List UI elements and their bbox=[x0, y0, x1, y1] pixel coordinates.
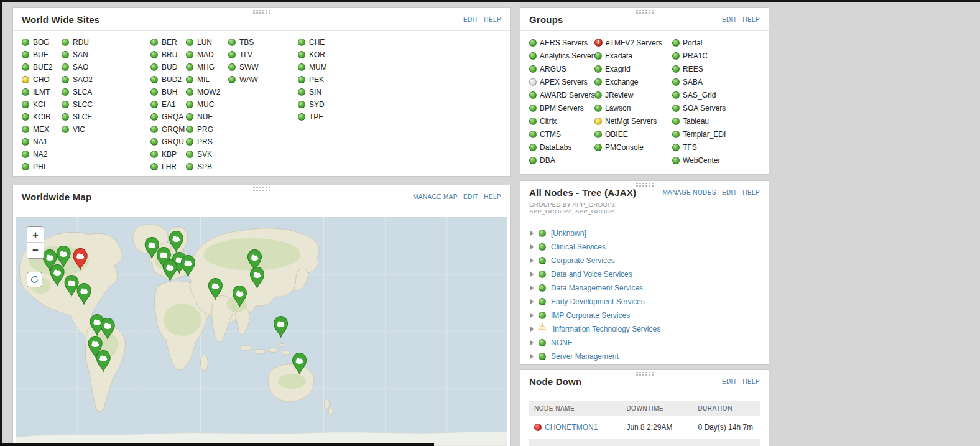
site-item[interactable]: SLCE bbox=[62, 111, 150, 123]
tree-item[interactable]: Data Management Services bbox=[530, 281, 762, 295]
zoom-in-button[interactable]: + bbox=[27, 227, 44, 243]
drag-handle-icon[interactable] bbox=[636, 371, 654, 376]
group-item[interactable]: NetMgt Servers bbox=[594, 114, 672, 128]
tree-item-label[interactable]: Server Management bbox=[551, 352, 619, 361]
site-item[interactable]: LUN bbox=[186, 36, 228, 49]
group-item[interactable]: AERS Servers bbox=[529, 36, 594, 49]
site-item[interactable]: PRS bbox=[186, 136, 228, 148]
group-item[interactable]: Exagrid bbox=[594, 62, 672, 75]
edit-link[interactable]: EDIT bbox=[722, 378, 737, 385]
site-item[interactable]: BER bbox=[150, 36, 186, 49]
node-name-link[interactable]: CHONETMON1 bbox=[545, 423, 598, 432]
drag-handle-icon[interactable] bbox=[252, 9, 271, 14]
site-item[interactable]: SLCC bbox=[62, 98, 150, 111]
site-item[interactable]: SLCA bbox=[62, 86, 150, 98]
drag-handle-icon[interactable] bbox=[252, 187, 271, 192]
site-item[interactable]: BUH bbox=[150, 86, 186, 98]
tree-item-label[interactable]: Early Development Services bbox=[551, 297, 645, 306]
site-item[interactable]: SAO2 bbox=[62, 73, 150, 86]
help-link[interactable]: HELP bbox=[742, 378, 760, 385]
site-item[interactable]: PHL bbox=[22, 160, 62, 173]
edit-link[interactable]: EDIT bbox=[463, 193, 478, 200]
site-item[interactable]: SYD bbox=[298, 98, 501, 111]
manage-nodes-link[interactable]: MANAGE NODES bbox=[662, 189, 716, 196]
site-item[interactable]: BUD bbox=[150, 61, 186, 73]
site-item[interactable]: BUE2 bbox=[22, 61, 62, 73]
group-item[interactable]: SABA bbox=[672, 75, 762, 88]
site-item[interactable]: KCI bbox=[22, 98, 62, 111]
site-item[interactable]: SAN bbox=[62, 49, 150, 61]
tree-item-label[interactable]: [Unknown] bbox=[551, 229, 586, 238]
expand-arrow-icon[interactable] bbox=[530, 327, 534, 332]
group-item[interactable]: JReview bbox=[594, 88, 672, 101]
group-item[interactable]: OBIEE bbox=[594, 128, 672, 141]
site-item[interactable]: RDU bbox=[62, 36, 150, 49]
tree-item-label[interactable]: Data Management Services bbox=[551, 284, 643, 292]
site-item[interactable]: MAD bbox=[186, 49, 228, 61]
site-item[interactable]: SPB bbox=[186, 160, 228, 173]
group-item[interactable]: APEX Servers bbox=[529, 75, 594, 88]
help-link[interactable]: HELP bbox=[484, 16, 501, 23]
site-item[interactable]: ILMT bbox=[22, 86, 62, 98]
site-item[interactable]: MOW2 bbox=[186, 86, 228, 98]
site-item[interactable]: NUE bbox=[186, 111, 228, 123]
site-item[interactable]: SIN bbox=[298, 86, 501, 98]
group-item[interactable]: Templar_EDI bbox=[672, 128, 762, 141]
group-item[interactable]: PMConsole bbox=[594, 141, 672, 154]
tree-item[interactable]: [Unknown] bbox=[530, 226, 762, 240]
site-item[interactable]: MUM bbox=[298, 61, 501, 73]
site-item[interactable]: SVK bbox=[186, 148, 228, 160]
expand-arrow-icon[interactable] bbox=[530, 299, 534, 304]
expand-arrow-icon[interactable] bbox=[530, 286, 534, 290]
tree-item-label[interactable]: Corporate Services bbox=[551, 256, 615, 265]
group-item[interactable]: Portal bbox=[672, 36, 762, 49]
site-item[interactable]: GRQU bbox=[150, 136, 186, 148]
site-item[interactable]: TBS bbox=[228, 36, 298, 49]
site-item[interactable]: MUC bbox=[186, 98, 228, 111]
site-item[interactable]: BRU bbox=[150, 49, 186, 61]
help-link[interactable]: HELP bbox=[742, 16, 760, 23]
zoom-out-button[interactable]: − bbox=[27, 243, 44, 258]
group-item[interactable]: Analytics Servers bbox=[529, 49, 594, 62]
site-item[interactable]: BOG bbox=[22, 36, 62, 49]
site-item[interactable]: PRG bbox=[186, 123, 228, 136]
group-item[interactable]: SOA Servers bbox=[672, 101, 762, 114]
site-item[interactable]: BUE bbox=[22, 49, 62, 61]
site-item[interactable]: NA1 bbox=[22, 136, 62, 148]
site-item[interactable]: EA1 bbox=[150, 98, 186, 111]
tree-item-label[interactable]: Information Technology Services bbox=[553, 325, 660, 333]
group-item[interactable]: REES bbox=[672, 62, 762, 75]
site-item[interactable]: NA2 bbox=[22, 148, 62, 160]
group-item[interactable]: DBA bbox=[529, 154, 594, 167]
site-item[interactable]: TPE bbox=[298, 111, 501, 123]
group-item[interactable]: DataLabs bbox=[529, 141, 594, 154]
expand-arrow-icon[interactable] bbox=[530, 313, 534, 318]
site-item[interactable]: MIL bbox=[186, 73, 228, 86]
group-item[interactable]: Lawson bbox=[594, 101, 672, 114]
world-map[interactable]: + − bbox=[16, 217, 507, 446]
edit-link[interactable]: EDIT bbox=[722, 189, 737, 196]
expand-arrow-icon[interactable] bbox=[530, 354, 534, 359]
edit-link[interactable]: EDIT bbox=[722, 16, 737, 23]
expand-arrow-icon[interactable] bbox=[530, 244, 534, 249]
expand-arrow-icon[interactable] bbox=[530, 258, 534, 263]
group-item[interactable]: Citrix bbox=[529, 114, 594, 128]
site-item[interactable]: GRQA bbox=[150, 111, 186, 123]
map-reset-button[interactable] bbox=[27, 272, 42, 287]
tree-item[interactable]: Data and Voice Services bbox=[530, 267, 762, 281]
tree-item[interactable]: Information Technology Services bbox=[530, 322, 762, 336]
tree-item-label[interactable]: IMP Corporate Services bbox=[551, 311, 630, 320]
tree-item[interactable]: Corporate Services bbox=[530, 254, 762, 267]
help-link[interactable]: HELP bbox=[484, 193, 501, 200]
site-item[interactable]: TLV bbox=[228, 49, 298, 61]
tree-item-label[interactable]: Data and Voice Services bbox=[551, 270, 632, 279]
site-item[interactable]: VIC bbox=[62, 123, 150, 136]
tree-item[interactable]: Clinical Services bbox=[530, 240, 762, 254]
edit-link[interactable]: EDIT bbox=[463, 16, 478, 23]
tree-item[interactable]: NONE bbox=[530, 336, 762, 350]
expand-arrow-icon[interactable] bbox=[530, 272, 534, 277]
site-item[interactable]: KBP bbox=[150, 148, 186, 160]
group-item[interactable]: AWARD Servers bbox=[529, 88, 594, 101]
site-item[interactable]: CHO bbox=[22, 73, 62, 86]
site-item[interactable]: MHG bbox=[186, 61, 228, 73]
